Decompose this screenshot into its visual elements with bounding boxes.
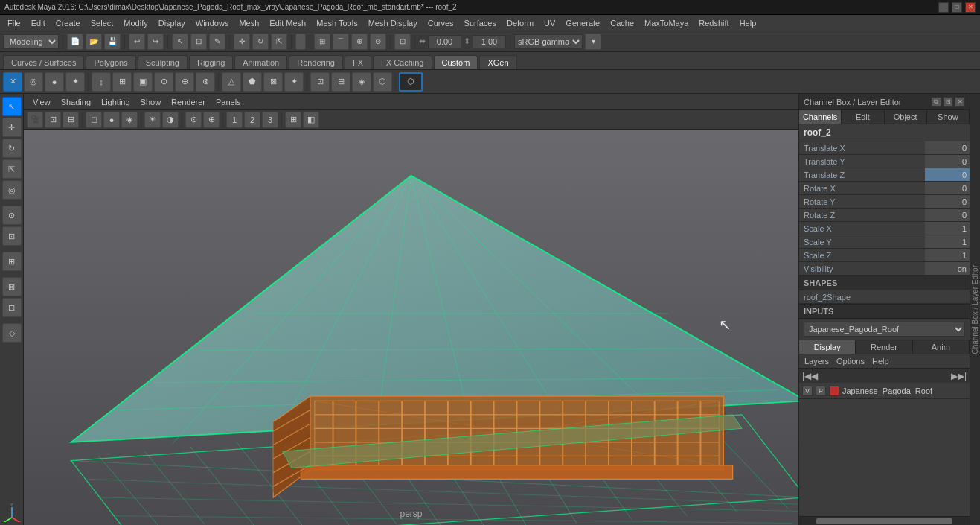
show-manip-btn[interactable]: ⊞ — [2, 252, 22, 271]
translate-y-input[interactable] — [473, 35, 506, 48]
snap-curve-btn[interactable]: ⌒ — [333, 34, 349, 50]
layer-row-1[interactable]: V P Japanese_Pagoda_Roof — [799, 383, 970, 399]
tab-xgen[interactable]: XGen — [479, 55, 516, 69]
tool-icon-3[interactable]: ● — [45, 72, 64, 92]
tool-icon-4[interactable]: ✦ — [65, 72, 85, 92]
vp-menu-shading[interactable]: Shading — [57, 96, 95, 108]
vp-camera-btn[interactable]: 🎥 — [27, 112, 43, 128]
vp-wireframe-btn[interactable]: ◻ — [86, 112, 102, 128]
ch-value-rz[interactable]: 0 — [925, 209, 970, 221]
menu-mesh-tools[interactable]: Mesh Tools — [312, 17, 362, 29]
tool-icon-10[interactable]: ⊗ — [196, 72, 215, 92]
maximize-button[interactable]: □ — [952, 2, 962, 13]
vp-shadow-btn[interactable]: ◑ — [162, 112, 179, 128]
tab-fx-caching[interactable]: FX Caching — [373, 55, 432, 69]
vp-menu-view[interactable]: View — [28, 96, 55, 108]
ch-tab-channels[interactable]: Channels — [799, 110, 842, 124]
tool-icon-5[interactable]: ↕ — [92, 72, 111, 92]
menu-maxtomaya[interactable]: MaxToMaya — [640, 17, 693, 29]
disp-tab-render[interactable]: Render — [856, 340, 912, 354]
ch-row-rotate-x[interactable]: Rotate X 0 — [799, 182, 970, 195]
lasso-tool-btn[interactable]: ⊡ — [2, 226, 22, 246]
snap-point-btn[interactable]: ⊕ — [351, 34, 368, 50]
attr-side-tab[interactable]: Channel Box / Layer Editor — [970, 94, 980, 525]
tab-fx[interactable]: FX — [345, 55, 371, 69]
vp-grid-btn[interactable]: ⊞ — [285, 112, 301, 128]
tab-custom[interactable]: Custom — [434, 55, 478, 69]
move-tool-btn[interactable]: ✛ — [2, 118, 22, 137]
tool-icon-16[interactable]: ⊟ — [331, 72, 350, 92]
menu-modify[interactable]: Modify — [119, 17, 152, 29]
menu-help[interactable]: Help — [735, 17, 761, 29]
menu-windows[interactable]: Windows — [191, 17, 234, 29]
rp-close-btn[interactable]: ✕ — [955, 97, 965, 107]
ch-tab-object[interactable]: Object — [885, 110, 927, 124]
tool-icon-11[interactable]: △ — [222, 72, 241, 92]
layer-hscroll-thumb[interactable] — [816, 518, 952, 524]
vp-res1-btn[interactable]: 1 — [226, 112, 243, 128]
vp-menu-renderer[interactable]: Renderer — [167, 96, 210, 108]
vp-fit-btn[interactable]: ⊡ — [45, 112, 61, 128]
snap-view-btn[interactable]: ⊙ — [370, 34, 386, 50]
vp-xray-btn[interactable]: ⊙ — [185, 112, 202, 128]
open-btn[interactable]: 📂 — [86, 34, 102, 50]
ch-row-translate-x[interactable]: Translate X 0 — [799, 141, 970, 155]
rotate-tool-btn[interactable]: ↻ — [2, 139, 22, 158]
tool-icon-8[interactable]: ⊙ — [154, 72, 173, 92]
ch-value-rx[interactable]: 0 — [925, 182, 970, 194]
color-mgmt-btn[interactable]: ▾ — [585, 34, 601, 50]
layer-hscrollbar[interactable] — [799, 516, 970, 525]
disp-tab-display[interactable]: Display — [799, 340, 856, 354]
move-btn[interactable]: ✛ — [234, 34, 250, 50]
tool-icon-2[interactable]: ◎ — [24, 72, 43, 92]
menu-mesh[interactable]: Mesh — [234, 17, 263, 29]
undo-btn[interactable]: ↩ — [129, 34, 145, 50]
tool-icon-17[interactable]: ◈ — [352, 72, 371, 92]
tool-icon-19[interactable]: ⬡ — [399, 72, 423, 92]
tool-icon-6[interactable]: ⊞ — [112, 72, 132, 92]
menu-edit-mesh[interactable]: Edit Mesh — [265, 17, 310, 29]
tool-icon-1[interactable]: ✕ — [3, 72, 22, 92]
history-btn[interactable]: ⊡ — [394, 34, 411, 50]
menu-deform[interactable]: Deform — [502, 17, 538, 29]
new-scene-btn[interactable]: 📄 — [67, 34, 83, 50]
layer-menu-help[interactable]: Help — [870, 356, 891, 366]
ch-row-rotate-y[interactable]: Rotate Y 0 — [799, 195, 970, 209]
menu-uv[interactable]: UV — [539, 17, 560, 29]
vp-res3-btn[interactable]: 3 — [262, 112, 278, 128]
tab-rendering[interactable]: Rendering — [289, 55, 343, 69]
vp-hud-btn[interactable]: ◧ — [303, 112, 319, 128]
tool-icon-18[interactable]: ⬡ — [373, 72, 392, 92]
ch-tab-show[interactable]: Show — [927, 110, 970, 124]
menu-display[interactable]: Display — [154, 17, 190, 29]
ch-row-translate-y[interactable]: Translate Y 0 — [799, 155, 970, 168]
vp-textured-btn[interactable]: ◈ — [121, 112, 138, 128]
ch-row-rotate-z[interactable]: Rotate Z 0 — [799, 209, 970, 222]
vp-frame-btn[interactable]: ⊞ — [63, 112, 79, 128]
tool-icon-14[interactable]: ✦ — [284, 72, 304, 92]
save-btn[interactable]: 💾 — [104, 34, 121, 50]
menu-curves[interactable]: Curves — [423, 17, 458, 29]
ch-tab-edit[interactable]: Edit — [842, 110, 884, 124]
layer-menu-layers[interactable]: Layers — [802, 356, 831, 366]
menu-edit[interactable]: Edit — [27, 17, 50, 29]
shapes-header[interactable]: SHAPES — [799, 276, 970, 290]
rp-float-btn[interactable]: ⧉ — [931, 97, 941, 107]
minimize-button[interactable]: _ — [938, 2, 949, 13]
tab-curves-surfaces[interactable]: Curves / Surfaces — [3, 55, 84, 69]
menu-select[interactable]: Select — [86, 17, 118, 29]
scale-tool-btn[interactable]: ⇱ — [2, 159, 22, 179]
tab-sculpting[interactable]: Sculpting — [138, 55, 188, 69]
mode-selector[interactable]: Modeling — [3, 34, 59, 49]
translate-x-input[interactable] — [428, 35, 461, 48]
rotate-btn[interactable]: ↻ — [252, 34, 269, 50]
color-profile-select[interactable]: sRGB gamma — [514, 34, 583, 49]
ch-value-ty[interactable]: 0 — [925, 155, 970, 168]
tool-icon-12[interactable]: ⬟ — [243, 72, 262, 92]
layer-menu-options[interactable]: Options — [834, 356, 867, 366]
vp-isolate-btn[interactable]: ⊕ — [203, 112, 220, 128]
ch-row-scale-y[interactable]: Scale Y 1 — [799, 235, 970, 249]
layer-prev-btn[interactable]: ◀ — [811, 371, 818, 381]
ch-value-tx[interactable]: 0 — [925, 141, 970, 154]
ch-row-scale-x[interactable]: Scale X 1 — [799, 222, 970, 235]
